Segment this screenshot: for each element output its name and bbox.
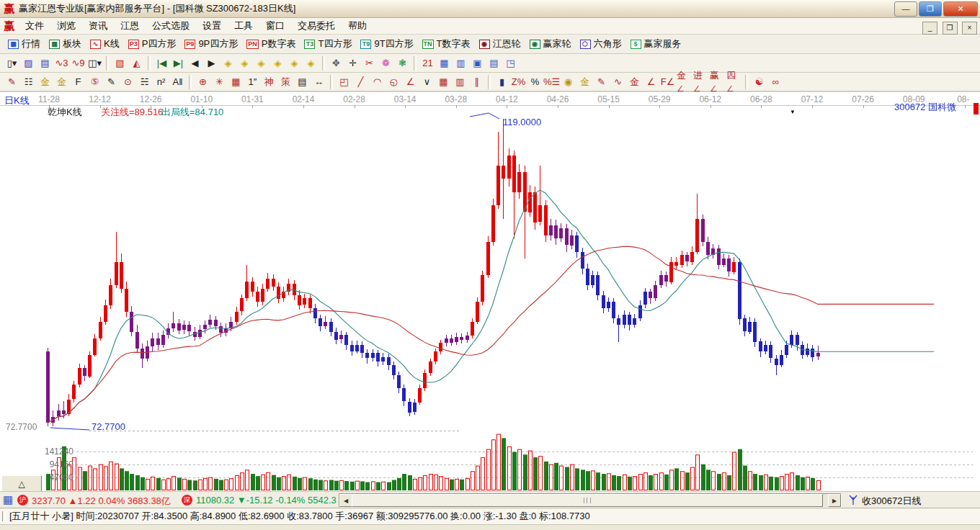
last-bar-icon[interactable]: ▶| [171,56,186,71]
restore-button[interactable]: ❐ [919,1,942,17]
pen-icon[interactable]: ✎ [4,75,19,89]
menu-item-0[interactable]: 文件 [19,18,50,34]
gann-grid-icon[interactable]: ☷ [21,75,36,89]
percent-lines-icon[interactable]: %☰ [544,75,559,89]
one-inch-icon[interactable]: 1″ [245,75,260,89]
f-angle-icon[interactable]: F∠ [660,75,675,89]
percent-icon[interactable]: % [527,75,543,89]
bars-9-icon[interactable]: ∿9 [71,56,86,71]
candle-type-icon[interactable]: ◫▾ [87,56,102,71]
circle-5-icon[interactable]: ⑤ [87,75,102,89]
brain-tool-icon[interactable]: ❃ [395,56,410,71]
grid-red-2-icon[interactable]: ▥ [453,75,468,89]
first-bar-icon[interactable]: |◀ [154,56,169,71]
gold-line-1-icon[interactable]: 金 [37,75,53,89]
calculator-icon[interactable]: ▦ [437,56,452,71]
si-angle-icon[interactable]: 四∠ [726,75,741,89]
shanghai-index-icon[interactable]: 沪 [17,495,28,506]
minimize-button[interactable]: — [894,1,917,17]
angle-tool-icon[interactable]: ∠ [643,75,659,89]
p-square-button[interactable]: P3P四方形 [128,37,177,50]
stats-bars-icon[interactable]: ▮ [494,75,509,89]
panel-toggle-button[interactable]: △ [1,475,42,492]
gold-bar-icon[interactable]: 金 [627,75,642,89]
ray-fan-icon[interactable]: ╱ [353,75,368,89]
angle-line-icon[interactable]: ∠ [403,75,418,89]
n-square-icon[interactable]: n² [153,75,169,89]
quotes-button[interactable]: ▦行情 [8,37,40,50]
mirror-a-icon[interactable]: A‖ [170,75,185,89]
menu-item-5[interactable]: 设置 [196,18,228,34]
quote-table-icon[interactable]: ▦ [3,494,13,505]
t-square-button[interactable]: T3T四方形 [304,37,352,50]
gold-line-2-icon[interactable]: 金 [54,75,69,89]
kline-chart-canvas[interactable] [0,105,980,491]
color-kline-icon[interactable]: ◭ [129,56,144,71]
bars-3-icon[interactable]: ∿3 [54,56,69,71]
grid-red-1-icon[interactable]: ▦ [436,75,451,89]
menu-item-8[interactable]: 交易委托 [291,18,342,34]
mdi-minimize-button[interactable]: _ [922,22,937,35]
yinyang-icon[interactable]: ☯ [752,75,767,89]
box-arc-icon[interactable]: ◵ [386,75,401,89]
p-number-table-button[interactable]: PNP数字表 [246,37,295,50]
flower-tool-icon[interactable]: ❁ [378,56,393,71]
ce-tool-icon[interactable]: 策 [278,75,293,89]
ruler-grid-icon[interactable]: ☵ [137,75,152,89]
time-cycle-icon[interactable]: ⊙ [120,75,135,89]
ruler-123-icon[interactable]: ▤ [295,75,310,89]
gold-circle-icon[interactable]: ◉ [561,75,576,89]
t-number-table-button[interactable]: TNT数字表 [422,37,471,50]
compass-icon[interactable]: ⊕ [195,75,210,89]
parallel-lines-icon[interactable]: ∥ [469,75,484,89]
wave-lines-icon[interactable]: ∿ [610,75,625,89]
menu-item-3[interactable]: 江恩 [114,18,146,34]
fibonacci-f-icon[interactable]: F [71,75,86,89]
zoom-diamond-shrink-icon[interactable]: ◈ [270,56,285,71]
shenzhen-index-icon[interactable]: 深 [182,495,192,506]
notebook-icon[interactable]: ▥ [453,56,468,71]
menu-item-2[interactable]: 资讯 [82,18,114,34]
hand-tool-icon[interactable]: ✥ [329,56,344,71]
box-tool-icon[interactable]: ◰ [337,75,352,89]
gold-angle-icon[interactable]: 金∠ [677,75,692,89]
zoom-diamond-expand-icon[interactable]: ◈ [254,56,269,71]
menu-item-9[interactable]: 帮助 [342,18,373,34]
p9-square-button[interactable]: P99P四方形 [184,37,238,50]
next-bar-icon[interactable]: ▶ [204,56,219,71]
prev-bar-icon[interactable]: ◀ [187,56,202,71]
zoom-diamond-left-icon[interactable]: ◈ [220,56,236,71]
menu-item-6[interactable]: 工具 [228,18,259,34]
v-line-icon[interactable]: ∨ [419,75,435,89]
star-tool-icon[interactable]: ✳ [212,75,227,89]
info-list-icon[interactable]: ▤ [37,56,53,71]
period-candle-icon[interactable]: ▯▾ [4,56,19,71]
scroll-left-button[interactable]: ◀ [339,494,352,507]
mdi-close-button[interactable]: × [962,22,977,35]
calendar-21-icon[interactable]: 21 [420,56,435,71]
cut-tool-icon[interactable]: ✂ [362,56,377,71]
mdi-restore-button[interactable]: ❐ [943,22,958,35]
menu-item-1[interactable]: 浏览 [50,18,82,34]
infinity-icon[interactable]: ∞ [768,75,783,89]
shen-tool-icon[interactable]: 神 [262,75,277,89]
t9-square-button[interactable]: T99T四方形 [360,37,413,50]
indicator-box-icon[interactable]: ▨ [21,56,36,71]
winner-service-button[interactable]: $赢家服务 [631,37,682,50]
z-percent-icon[interactable]: Z% [511,75,526,89]
chart-scrollbar[interactable]: ◀ ▶ [339,493,842,508]
gold-lines-icon[interactable]: 金 [577,75,592,89]
pattern-frame-icon[interactable]: ▧ [112,56,128,71]
arc-fan-icon[interactable]: ◠ [370,75,385,89]
width-measure-icon[interactable]: ↔ [311,75,326,89]
grid-box-icon[interactable]: ▦ [228,75,244,89]
crosshair-tool-icon[interactable]: ✛ [345,56,360,71]
jin-angle-icon[interactable]: 进∠ [693,75,708,89]
kline-button[interactable]: ∿K线 [90,37,120,50]
ying-angle-icon[interactable]: 赢∠ [710,75,725,89]
scroll-right-button[interactable]: ▶ [828,494,841,507]
menu-item-7[interactable]: 窗口 [259,18,291,34]
zoom-diamond-right-icon[interactable]: ◈ [237,56,252,71]
zoom-diamond-vert-icon[interactable]: ◈ [287,56,302,71]
close-button[interactable]: ✕ [943,1,978,17]
